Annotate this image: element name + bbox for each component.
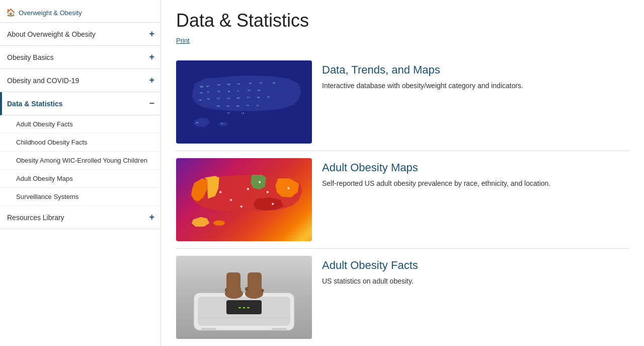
- svg-rect-76: [226, 272, 240, 294]
- sidebar-sub-item[interactable]: Childhood Obesity Facts: [0, 133, 160, 152]
- svg-marker-45: [251, 175, 266, 189]
- svg-text:LA: LA: [242, 112, 244, 114]
- svg-text:IA: IA: [228, 90, 230, 93]
- svg-text:---: ---: [237, 303, 250, 311]
- overweight-obesity-link[interactable]: 🏠 Overweight & Obesity: [6, 8, 154, 17]
- svg-point-51: [230, 198, 232, 200]
- sidebar-nav: About Overweight & Obesity+Obesity Basic…: [0, 23, 160, 229]
- svg-point-55: [240, 205, 243, 207]
- card-description-adult-obesity-maps: Self-reported US adult obesity prevalenc…: [322, 178, 629, 189]
- sidebar-item-label: Obesity Basics: [7, 53, 54, 61]
- top-link-label: Overweight & Obesity: [19, 9, 82, 17]
- svg-text:MI: MI: [249, 82, 252, 85]
- svg-point-53: [287, 187, 289, 189]
- sidebar-item-label: Data & Statistics: [7, 100, 62, 108]
- card-adult-obesity-maps: Adult Obesity MapsSelf-reported US adult…: [176, 151, 629, 249]
- plus-icon: +: [149, 75, 154, 86]
- cards-container: WA MT ND MN WI MI NY ME OR ID SD IA IL O…: [176, 53, 629, 346]
- svg-text:NM: NM: [217, 105, 220, 107]
- sidebar-sub-item[interactable]: Surveillance Systems: [0, 188, 160, 206]
- card-body-data-trends-maps: Data, Trends, and MapsInteractive databa…: [322, 60, 629, 91]
- print-link[interactable]: Print: [176, 37, 190, 44]
- card-image-adult-obesity-maps[interactable]: [176, 158, 312, 241]
- card-data-trends-maps: WA MT ND MN WI MI NY ME OR ID SD IA IL O…: [176, 53, 629, 151]
- svg-rect-77: [248, 272, 262, 294]
- sidebar-item-label: About Overweight & Obesity: [7, 30, 96, 38]
- card-description-adult-obesity-facts: US statistics on adult obesity.: [322, 276, 629, 287]
- sidebar-item-obesity-basics[interactable]: Obesity Basics+: [0, 46, 160, 69]
- card-title-data-trends-maps[interactable]: Data, Trends, and Maps: [322, 63, 629, 77]
- svg-text:NC: NC: [268, 96, 271, 98]
- svg-text:PA: PA: [258, 89, 260, 92]
- svg-text:TN: TN: [246, 104, 249, 107]
- svg-text:OH: OH: [248, 89, 251, 92]
- sidebar-sub-item[interactable]: Adult Obesity Facts: [0, 115, 160, 133]
- svg-text:ID: ID: [207, 91, 209, 93]
- svg-text:KY: KY: [247, 96, 250, 99]
- sidebar-item-resources[interactable]: Resources Library+: [0, 206, 160, 229]
- svg-text:SC: SC: [257, 105, 259, 107]
- svg-point-48: [259, 181, 261, 183]
- svg-point-54: [272, 202, 274, 204]
- svg-point-40: [218, 122, 228, 126]
- svg-point-56: [213, 220, 225, 225]
- home-icon: 🏠: [6, 8, 16, 17]
- sidebar-top-link-container: 🏠 Overweight & Obesity: [0, 4, 160, 23]
- card-title-adult-obesity-maps[interactable]: Adult Obesity Maps: [322, 161, 629, 174]
- svg-text:WA: WA: [200, 86, 204, 88]
- svg-text:TX: TX: [227, 112, 230, 114]
- svg-marker-57: [192, 217, 209, 226]
- svg-text:MT: MT: [206, 85, 209, 88]
- svg-point-49: [247, 188, 249, 190]
- card-image-data-trends-maps[interactable]: WA MT ND MN WI MI NY ME OR ID SD IA IL O…: [176, 60, 312, 144]
- minus-icon: −: [149, 98, 154, 109]
- svg-text:HI: HI: [221, 123, 223, 125]
- svg-text:ND: ND: [217, 84, 220, 86]
- svg-text:VA: VA: [257, 96, 260, 99]
- plus-icon: +: [149, 29, 154, 39]
- card-body-adult-obesity-facts: Adult Obesity FactsUS statistics on adul…: [322, 256, 629, 287]
- svg-text:NV: NV: [207, 98, 210, 100]
- page-title: Data & Statistics: [176, 10, 629, 31]
- plus-icon: +: [149, 212, 154, 223]
- svg-text:OR: OR: [200, 92, 203, 94]
- sidebar-item-label: Resources Library: [7, 214, 64, 222]
- svg-text:OK: OK: [226, 105, 229, 107]
- svg-point-50: [267, 191, 269, 193]
- svg-rect-64: [272, 328, 287, 330]
- sidebar-sub-item[interactable]: Adult Obesity Maps: [0, 170, 160, 188]
- svg-text:ME: ME: [273, 82, 276, 84]
- svg-text:CA: CA: [199, 99, 202, 101]
- svg-text:KS: KS: [227, 97, 230, 100]
- svg-text:WI: WI: [237, 83, 240, 85]
- main-content: Data & Statistics Print WA: [161, 0, 644, 346]
- card-body-adult-obesity-maps: Adult Obesity MapsSelf-reported US adult…: [322, 158, 629, 189]
- card-image-adult-obesity-facts[interactable]: ---: [176, 256, 312, 339]
- sidebar-item-about[interactable]: About Overweight & Obesity+: [0, 23, 160, 46]
- sidebar-sub-items-data-stats: Adult Obesity FactsChildhood Obesity Fac…: [0, 115, 160, 206]
- svg-text:NY: NY: [260, 82, 263, 84]
- svg-text:MO: MO: [237, 97, 240, 99]
- plus-icon: +: [149, 52, 154, 62]
- svg-text:AK: AK: [196, 122, 198, 124]
- card-title-adult-obesity-facts[interactable]: Adult Obesity Facts: [322, 259, 629, 272]
- svg-rect-63: [201, 328, 216, 330]
- sidebar-item-data-stats[interactable]: Data & Statistics−: [0, 92, 160, 115]
- sidebar: 🏠 Overweight & Obesity About Overweight …: [0, 0, 161, 346]
- card-adult-obesity-facts: ---: [176, 249, 629, 346]
- svg-text:AR: AR: [236, 105, 239, 107]
- sidebar-sub-item[interactable]: Obesity Among WIC-Enrolled Young Childre…: [0, 152, 160, 170]
- svg-text:MN: MN: [227, 83, 230, 86]
- svg-text:SD: SD: [217, 90, 220, 93]
- svg-text:CO: CO: [217, 97, 220, 100]
- card-description-data-trends-maps: Interactive database with obesity/weight…: [322, 81, 629, 91]
- sidebar-item-label: Obesity and COVID-19: [7, 77, 79, 85]
- sidebar-item-covid[interactable]: Obesity and COVID-19+: [0, 69, 160, 92]
- svg-point-52: [219, 191, 221, 193]
